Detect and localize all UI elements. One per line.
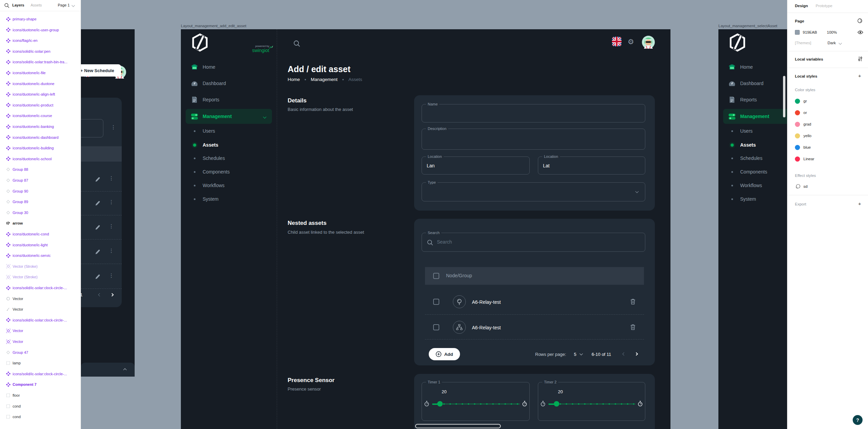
sidebar-nav-item[interactable]: Reports bbox=[723, 93, 787, 106]
trash-icon[interactable] bbox=[630, 324, 636, 330]
canvas-vertical-scrollbar[interactable] bbox=[783, 76, 785, 117]
help-button[interactable]: ? bbox=[853, 415, 863, 425]
kebab-menu-icon[interactable]: ⋮ bbox=[109, 201, 114, 203]
nested-asset-row[interactable]: A6-Relay-test bbox=[425, 315, 644, 340]
search-icon[interactable] bbox=[4, 3, 10, 8]
layer-row[interactable]: icons/duotone/ic-building bbox=[0, 143, 81, 153]
sidebar-nav-item[interactable]: Home bbox=[723, 60, 787, 74]
schedule-row[interactable]: ⋮ bbox=[81, 240, 122, 264]
sidebar-nav-item[interactable]: Management bbox=[186, 109, 272, 124]
frame-label-right[interactable]: Layout_management_selectAsset bbox=[718, 24, 777, 28]
color-style-item[interactable]: or bbox=[787, 110, 868, 116]
pagination-prev-icon[interactable] bbox=[623, 352, 626, 356]
schedule-row[interactable]: ⋮ bbox=[81, 168, 122, 192]
layer-row[interactable]: Group 88 bbox=[0, 164, 81, 175]
layer-row[interactable]: icons/solid/ic-solar:clock-circle-... bbox=[0, 282, 81, 293]
pagination-next-icon[interactable] bbox=[110, 293, 114, 297]
layer-row[interactable]: cond bbox=[0, 401, 81, 412]
layer-row[interactable]: Group 47 bbox=[0, 347, 81, 358]
sidebar-nav-item[interactable]: Workflows bbox=[723, 179, 787, 192]
kebab-menu-icon[interactable]: ⋮ bbox=[109, 177, 114, 179]
tab-assets[interactable]: Assets bbox=[31, 3, 42, 7]
frame-main[interactable]: powered by swingiot ⚙ bbox=[181, 29, 670, 429]
edit-pencil-icon[interactable] bbox=[95, 177, 101, 183]
edit-pencil-icon[interactable] bbox=[95, 225, 101, 231]
layer-row[interactable]: Vector (Stroke) bbox=[0, 271, 81, 282]
canvas-horizontal-scrollbar[interactable] bbox=[415, 424, 501, 428]
variable-modes-icon[interactable] bbox=[857, 18, 863, 23]
add-style-button[interactable]: + bbox=[858, 73, 861, 79]
sidebar-nav-item[interactable]: Home bbox=[186, 60, 272, 74]
edit-pencil-icon[interactable] bbox=[95, 200, 101, 207]
color-style-item[interactable]: yello bbox=[787, 133, 868, 139]
kebab-menu-icon[interactable]: ⋮ bbox=[109, 225, 114, 227]
layer-row[interactable]: Group 30 bbox=[0, 207, 81, 218]
page-color-swatch[interactable] bbox=[795, 30, 800, 35]
add-export-button[interactable]: + bbox=[858, 201, 861, 207]
layer-row[interactable]: icons/solid/ic-solar:pen bbox=[0, 46, 81, 57]
row-checkbox[interactable] bbox=[433, 324, 439, 330]
sidebar-nav-item[interactable]: Assets bbox=[186, 139, 272, 151]
location-lat-field[interactable]: Location Lat bbox=[538, 156, 645, 175]
sidebar-nav-item[interactable]: Management bbox=[723, 109, 787, 124]
layer-row[interactable]: icons/duotone/ic-banking bbox=[0, 121, 81, 132]
edit-pencil-icon[interactable] bbox=[95, 249, 101, 255]
layer-row[interactable]: icons/duotone/ic-light bbox=[0, 240, 81, 250]
pagination-next-icon[interactable] bbox=[635, 352, 638, 356]
layer-row[interactable]: Component 7 bbox=[0, 379, 81, 390]
name-field[interactable]: Name bbox=[422, 104, 645, 122]
location-lan-field[interactable]: Location Lan bbox=[422, 156, 530, 175]
type-select[interactable]: Type bbox=[422, 182, 645, 201]
layer-row[interactable]: icons/solid/ic-solar:clock-circle-... bbox=[0, 368, 81, 379]
timer1-slider-thumb[interactable] bbox=[437, 401, 443, 407]
layer-row[interactable]: icons/duotone/ic-file bbox=[0, 67, 81, 78]
layer-row[interactable]: cond bbox=[0, 411, 81, 422]
layer-row[interactable]: icons/solid/ic-solar:trash-bin-tra... bbox=[0, 56, 81, 67]
layer-row[interactable]: Vector bbox=[0, 325, 81, 336]
page-color-opacity[interactable]: 100% bbox=[827, 30, 837, 34]
settings-gear-icon[interactable]: ⚙ bbox=[628, 38, 634, 46]
layer-row[interactable]: Group 90 bbox=[0, 186, 81, 197]
sidebar-nav-item[interactable]: Dashboard bbox=[186, 77, 272, 90]
sidebar-nav-item[interactable]: Components bbox=[723, 166, 787, 178]
color-style-item[interactable]: gr bbox=[787, 98, 868, 105]
nested-search-field[interactable]: Search Search bbox=[422, 233, 645, 252]
user-avatar[interactable] bbox=[642, 36, 655, 49]
nested-asset-row[interactable]: A6-Relay-test bbox=[425, 289, 644, 315]
kebab-menu-icon[interactable]: ⋮ bbox=[109, 275, 114, 277]
sidebar-nav-item[interactable]: Dashboard bbox=[723, 77, 787, 90]
schedule-row[interactable]: ⋮ bbox=[81, 192, 122, 215]
eye-icon[interactable] bbox=[857, 30, 863, 35]
color-style-item[interactable]: blue bbox=[787, 144, 868, 151]
sidebar-nav-item[interactable]: System bbox=[723, 193, 787, 205]
theme-mode-select[interactable]: Dark bbox=[828, 41, 836, 45]
layer-row[interactable]: floor bbox=[0, 390, 81, 401]
layer-row[interactable]: icons/duotone/ic-dashboard bbox=[0, 132, 81, 143]
schedules-filter-field[interactable] bbox=[81, 119, 103, 137]
layer-row[interactable]: Vector bbox=[0, 304, 81, 315]
layer-row[interactable]: icons/solid/ic-solar:clock-circle-... bbox=[0, 315, 81, 326]
color-style-item[interactable]: grad bbox=[787, 121, 868, 128]
frame-left-partial[interactable]: ⚙ + New Schedule ⋮ ⋮ ⋮ ⋮ ⋮ ⋮ bbox=[81, 29, 135, 377]
layer-row[interactable]: Vector bbox=[0, 336, 81, 347]
uk-flag-icon[interactable] bbox=[612, 37, 622, 46]
select-all-checkbox[interactable] bbox=[433, 273, 439, 279]
frame-label-main[interactable]: Layout_management_add_edit_asset bbox=[181, 24, 246, 28]
sidebar-nav-item[interactable]: Schedules bbox=[186, 152, 272, 164]
pagination-prev-icon[interactable] bbox=[98, 293, 102, 297]
layer-row[interactable]: Group 87 bbox=[0, 175, 81, 186]
color-style-item[interactable]: Linear bbox=[787, 156, 868, 163]
timer2-slider-thumb[interactable] bbox=[554, 401, 559, 407]
tab-prototype[interactable]: Prototype bbox=[816, 4, 832, 8]
new-schedule-button[interactable]: + New Schedule bbox=[81, 64, 121, 77]
kebab-menu-icon[interactable]: ⋮ bbox=[111, 126, 116, 128]
breadcrumb-management[interactable]: Management bbox=[311, 77, 338, 82]
effect-style-item[interactable]: sd bbox=[795, 184, 863, 191]
sidebar-nav-item[interactable]: Users bbox=[186, 125, 272, 137]
chevron-down-icon[interactable] bbox=[72, 4, 75, 7]
breadcrumb-home[interactable]: Home bbox=[288, 77, 300, 82]
layer-row[interactable]: Vector (Stroke) bbox=[0, 261, 81, 272]
layer-row[interactable]: icons/duotone/ic-cond bbox=[0, 229, 81, 240]
chevron-up-icon[interactable] bbox=[123, 368, 127, 372]
kebab-menu-icon[interactable]: ⋮ bbox=[109, 250, 114, 252]
